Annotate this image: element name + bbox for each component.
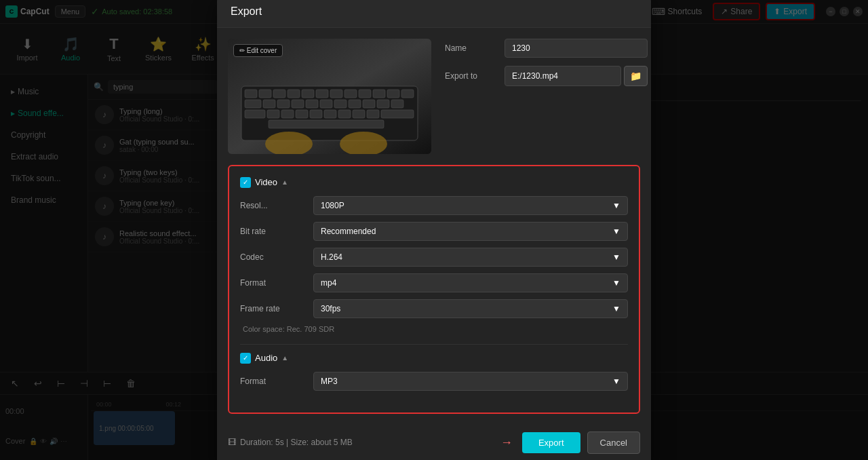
svg-rect-16 (277, 100, 290, 108)
format-select[interactable]: mp4movavi ▼ (313, 273, 628, 292)
framerate-chevron-icon: ▼ (612, 304, 620, 313)
svg-rect-7 (316, 90, 328, 98)
svg-rect-32 (353, 110, 365, 118)
footer-buttons: → Export Cancel (500, 432, 640, 454)
svg-rect-2 (245, 90, 257, 98)
export-to-row: Export to 📁 (445, 66, 648, 86)
svg-rect-25 (245, 110, 265, 118)
svg-rect-26 (267, 110, 279, 118)
section-divider (240, 344, 628, 345)
svg-rect-34 (381, 110, 414, 118)
video-section-header: ✓ Video ▲ (240, 177, 628, 188)
export-settings: ✓ Video ▲ Resol... 1080P720P4K ▼ Bit rat… (228, 165, 640, 414)
cancel-button[interactable]: Cancel (587, 432, 640, 454)
framerate-label: Frame rate (240, 304, 308, 313)
audio-section-header: ✓ Audio ▲ (240, 353, 628, 364)
svg-rect-22 (363, 100, 375, 108)
svg-rect-35 (269, 120, 384, 128)
modal-preview: ✏ Edit cover (228, 39, 431, 154)
framerate-row: Frame rate 30fps24fps60fps ▼ (240, 299, 628, 318)
edit-cover-button[interactable]: ✏ Edit cover (233, 44, 283, 57)
resolution-dropdown[interactable]: 1080P720P4K (321, 201, 612, 210)
svg-rect-18 (306, 100, 318, 108)
export-modal: Export ✏ Edit cover (217, 0, 651, 460)
framerate-select[interactable]: 30fps24fps60fps ▼ (313, 299, 628, 318)
svg-rect-14 (245, 100, 261, 108)
svg-rect-6 (302, 90, 314, 98)
svg-rect-12 (387, 90, 399, 98)
svg-rect-21 (349, 100, 361, 108)
svg-rect-19 (320, 100, 332, 108)
svg-rect-23 (377, 100, 389, 108)
svg-rect-3 (259, 90, 271, 98)
framerate-dropdown[interactable]: 30fps24fps60fps (321, 304, 612, 313)
svg-rect-20 (334, 100, 347, 108)
name-label: Name (445, 43, 499, 53)
export-arrow-indicator: → (500, 436, 513, 450)
svg-rect-27 (281, 110, 294, 118)
modal-form: Name Export to 📁 (445, 39, 648, 154)
bitrate-chevron-icon: ▼ (612, 227, 620, 236)
audio-label: Audio (255, 353, 277, 363)
svg-rect-8 (330, 90, 342, 98)
video-label: Video (255, 177, 277, 187)
codec-chevron-icon: ▼ (612, 252, 620, 262)
export-path-input[interactable] (505, 66, 621, 86)
resolution-select[interactable]: 1080P720P4K ▼ (313, 196, 628, 215)
video-chevron-icon: ▲ (281, 178, 288, 186)
audio-format-select[interactable]: MP3AAC ▼ (313, 372, 628, 391)
audio-format-chevron-icon: ▼ (612, 377, 620, 386)
export-path-field: 📁 (505, 66, 648, 86)
format-chevron-icon: ▼ (612, 278, 620, 288)
svg-rect-13 (401, 90, 414, 98)
resolution-chevron-icon: ▼ (612, 201, 620, 210)
svg-rect-5 (288, 90, 300, 98)
name-input[interactable] (505, 39, 648, 58)
codec-row: Codec H.264H.265 ▼ (240, 248, 628, 267)
modal-body: ✏ Edit cover (217, 28, 651, 165)
svg-rect-10 (359, 90, 371, 98)
preview-image: ✏ Edit cover (228, 39, 431, 154)
audio-format-row: Format MP3AAC ▼ (240, 372, 628, 391)
audio-chevron-icon: ▲ (281, 354, 288, 362)
codec-dropdown[interactable]: H.264H.265 (321, 252, 612, 262)
audio-toggle[interactable]: ✓ (240, 353, 251, 364)
format-dropdown[interactable]: mp4movavi (321, 278, 612, 288)
svg-rect-9 (344, 90, 357, 98)
export-confirm-button[interactable]: Export (522, 432, 580, 453)
bitrate-label: Bit rate (240, 227, 308, 236)
duration-info: 🎞 Duration: 5s | Size: about 5 MB (228, 438, 353, 447)
bitrate-dropdown[interactable]: RecommendedHighLow (321, 227, 612, 236)
svg-rect-15 (263, 100, 275, 108)
svg-rect-17 (292, 100, 304, 108)
format-row: Format mp4movavi ▼ (240, 273, 628, 292)
svg-rect-30 (324, 110, 336, 118)
export-to-label: Export to (445, 71, 499, 81)
modal-footer: 🎞 Duration: 5s | Size: about 5 MB → Expo… (217, 425, 651, 461)
codec-label: Codec (240, 252, 308, 262)
format-label: Format (240, 278, 308, 288)
audio-section: ✓ Audio ▲ Format MP3AAC ▼ (240, 353, 628, 391)
modal-overlay: Export ✏ Edit cover (0, 0, 868, 460)
audio-format-label: Format (240, 377, 308, 386)
svg-rect-33 (367, 110, 379, 118)
svg-rect-28 (296, 110, 308, 118)
video-toggle[interactable]: ✓ (240, 177, 251, 188)
svg-rect-31 (338, 110, 351, 118)
resolution-row: Resol... 1080P720P4K ▼ (240, 196, 628, 215)
color-space-note: Color space: Rec. 709 SDR (240, 325, 628, 333)
svg-rect-11 (373, 90, 385, 98)
bitrate-row: Bit rate RecommendedHighLow ▼ (240, 222, 628, 241)
duration-text: Duration: 5s | Size: about 5 MB (240, 438, 353, 447)
name-row: Name (445, 39, 648, 58)
film-icon: 🎞 (228, 438, 236, 447)
modal-header: Export (217, 0, 651, 28)
audio-format-dropdown[interactable]: MP3AAC (321, 377, 612, 386)
svg-rect-24 (391, 100, 403, 108)
resolution-label: Resol... (240, 201, 308, 210)
bitrate-select[interactable]: RecommendedHighLow ▼ (313, 222, 628, 241)
svg-rect-4 (273, 90, 285, 98)
codec-select[interactable]: H.264H.265 ▼ (313, 248, 628, 267)
folder-browse-button[interactable]: 📁 (624, 66, 648, 86)
svg-rect-29 (310, 110, 322, 118)
